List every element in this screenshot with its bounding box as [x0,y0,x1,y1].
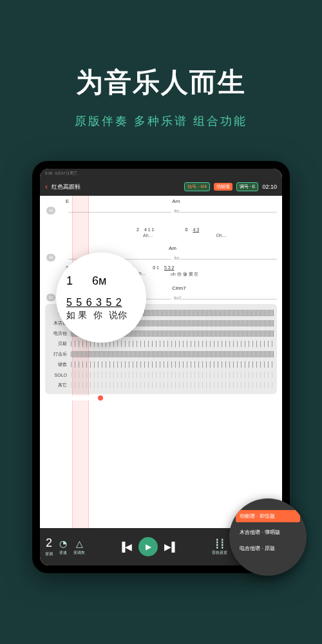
mag-lyric: 说你 [109,310,127,321]
lyric: Oh… [216,233,227,238]
menu-item-electric-guitar[interactable]: 电吉他谱 · 原版 [236,542,300,554]
lyric: Ah… [143,233,153,238]
speed-control[interactable]: ◔ 变速 [59,538,67,556]
progress-thumb[interactable] [98,395,103,401]
progress-bar[interactable] [45,395,277,401]
note: 4 3 [193,227,199,232]
staff-line: 4m [174,209,277,213]
chord: Am [169,245,176,251]
status-date: 6月27日周三 [55,171,77,176]
score-type-menu: 功能谱 · 和弦版 木吉他谱 · 弹唱版 电吉他谱 · 原版 [229,498,307,576]
transpose-value: 2 [46,536,52,550]
magnifier-lens: 1 6м 5 5 6 3 5 2 如 果 你 说你 [56,252,146,343]
badge-time-signature[interactable]: 拍号 · 4/4 [184,182,210,191]
transpose-control[interactable]: 2 变调 [45,536,53,557]
mag-lyric: 你 [93,310,102,321]
track-waveform[interactable] [71,361,274,368]
note: 4 1 1 [144,227,155,232]
lyric: oh 你 像 窝 在 [171,271,199,278]
badge-key[interactable]: 调号 · E [236,182,259,191]
status-bar: 5:35 6月27日周三 [40,169,282,178]
score-area[interactable]: E Am 45 4m 2 4 1 1 0 4 3 Ah… Oh… Am [40,196,282,528]
track-label: SOLO [48,373,68,377]
transpose-label: 变调 [45,551,53,557]
back-icon[interactable]: ‹ [45,182,48,191]
track-waveform[interactable] [71,351,274,357]
mag-note: 6м [92,274,106,288]
mag-lyric: 如 果 [66,310,87,321]
measure-number: 53 [46,294,55,301]
measure-number: 49 [46,254,55,261]
track-label: 其它 [48,382,68,388]
tablet-frame: 5:35 6月27日周三 ‹ 红色高跟鞋 拍号 · 4/4 功能谱 调号 · E… [32,161,290,573]
play-button[interactable]: ▶ [138,537,158,556]
staff-line: 4m [174,256,277,260]
note: 2 [137,227,139,232]
note: 0 1 [153,265,159,270]
chord: C#m7 [172,285,185,291]
app-header: ‹ 红色高跟鞋 拍号 · 4/4 功能谱 调号 · E 02:10 [40,178,282,196]
mixer-label: 音轨设置 [212,550,227,556]
song-title: 红色高跟鞋 [52,183,180,191]
status-time: 5:35 [45,171,53,175]
track-label: 贝斯 [48,341,68,347]
badge-feature-score[interactable]: 功能谱 [214,183,232,191]
chord: Am [172,198,180,204]
mag-note: 1 [66,274,73,288]
metronome-icon: △ [76,538,83,549]
staff-line: 6m7 [174,296,277,299]
next-icon[interactable]: ▶▌ [164,542,178,552]
track-waveform[interactable] [71,372,274,378]
hero-title: 为音乐人而生 [13,64,309,100]
play-icon: ▶ [146,542,151,551]
mixer-control[interactable]: ┋┋ 音轨设置 [212,538,227,556]
speed-label: 变速 [59,550,67,556]
mag-notation: 5 5 6 3 5 2 [66,297,136,308]
menu-item-feature-score[interactable]: 功能谱 · 和弦版 [236,510,300,522]
track-label: 打击乐 [48,351,68,357]
prev-icon[interactable]: ▐◀ [118,542,132,552]
gauge-icon: ◔ [59,538,67,549]
track-label: 电吉他 [48,330,68,337]
note: 5 3 2 [164,265,175,270]
menu-item-acoustic-guitar[interactable]: 木吉他谱 · 弹唱版 [236,526,300,538]
song-timer: 02:10 [262,184,277,190]
chord: E [66,198,69,204]
capo-label: 变调夹 [73,550,85,556]
hero-subtitle: 原版伴奏 多种乐谱 组合功能 [13,113,309,129]
note: 0 [185,227,187,232]
track-waveform[interactable] [71,382,274,388]
track-label: 键盘 [48,361,68,368]
sliders-icon: ┋┋ [214,538,225,549]
measure-number: 45 [46,207,55,214]
capo-control[interactable]: △ 变调夹 [73,538,85,556]
